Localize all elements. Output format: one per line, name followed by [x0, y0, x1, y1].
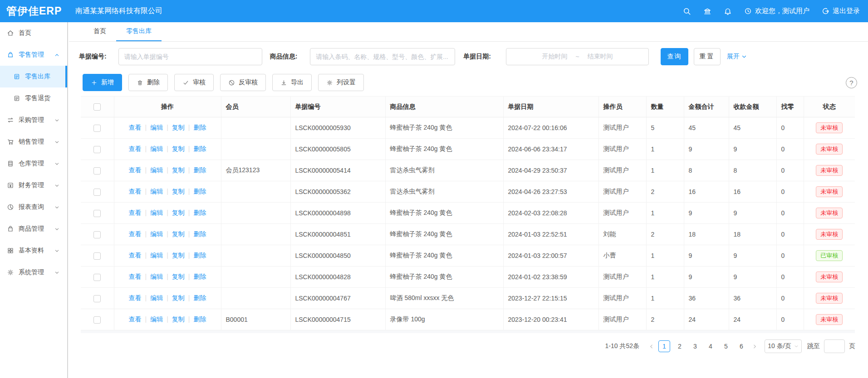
download-button[interactable]: 导出	[272, 74, 312, 91]
delete-link[interactable]: 删除	[193, 294, 206, 301]
edit-link[interactable]: 编辑	[150, 209, 163, 216]
sidebar-item-cart[interactable]: 销售管理	[0, 131, 67, 153]
copy-link[interactable]: 复制	[172, 294, 185, 301]
edit-link[interactable]: 编辑	[150, 252, 163, 259]
bank-icon[interactable]	[703, 7, 711, 15]
copy-link[interactable]: 复制	[172, 252, 185, 259]
delete-link[interactable]: 删除	[193, 188, 206, 195]
date-range-input[interactable]: 开始时间 ~ 结束时间	[506, 48, 649, 65]
edit-link[interactable]: 编辑	[150, 124, 163, 131]
edit-link[interactable]: 编辑	[150, 166, 163, 174]
product-info-input[interactable]	[310, 48, 455, 65]
sidebar-item-system[interactable]: 系统管理	[0, 262, 67, 283]
search-icon[interactable]	[683, 7, 691, 15]
plus-button[interactable]: 新增	[83, 74, 122, 91]
row-checkbox[interactable]	[93, 295, 101, 302]
sidebar-item-purchase[interactable]: 采购管理	[0, 109, 67, 131]
sidebar-item-warehouse[interactable]: 仓库管理	[0, 153, 67, 174]
copy-link[interactable]: 复制	[172, 188, 185, 195]
delete-link[interactable]: 删除	[193, 252, 206, 259]
sidebar-item-label: 基本资料	[19, 247, 44, 255]
delete-link[interactable]: 删除	[193, 145, 206, 152]
product-cell: 蜂蜜柚子茶 240g 黄色	[385, 139, 503, 160]
delete-link[interactable]: 删除	[193, 315, 206, 323]
page-number-3[interactable]: 3	[689, 340, 701, 352]
row-checkbox[interactable]	[93, 125, 101, 132]
row-checkbox[interactable]	[93, 316, 101, 324]
bill-no-label: 单据编号:	[79, 53, 107, 61]
copy-link[interactable]: 复制	[172, 166, 185, 174]
view-link[interactable]: 查看	[129, 315, 142, 323]
check-button[interactable]: 审核	[174, 74, 214, 91]
delete-link[interactable]: 删除	[193, 124, 206, 131]
jump-to-input[interactable]	[824, 339, 845, 353]
ban-button[interactable]: 反审核	[220, 74, 266, 91]
edit-link[interactable]: 编辑	[150, 188, 163, 195]
trash-button[interactable]: 删除	[128, 74, 168, 91]
delete-link[interactable]: 删除	[193, 209, 206, 216]
bill-no-cell: LSCK00000004850	[290, 245, 385, 267]
sidebar-item-goods[interactable]: 商品管理	[0, 218, 67, 240]
edit-link[interactable]: 编辑	[150, 230, 163, 237]
sidebar-item-retail[interactable]: 零售管理	[0, 44, 67, 66]
copy-link[interactable]: 复制	[172, 209, 185, 216]
sidebar-item-finance[interactable]: 财务管理	[0, 174, 67, 196]
copy-link[interactable]: 复制	[172, 273, 185, 280]
expand-link[interactable]: 展开	[727, 53, 747, 61]
next-page-icon[interactable]	[749, 340, 760, 352]
delete-link[interactable]: 删除	[193, 230, 206, 237]
row-checkbox[interactable]	[93, 210, 101, 217]
view-link[interactable]: 查看	[129, 124, 142, 131]
user-menu[interactable]: 欢迎您，测试用户	[744, 7, 809, 15]
sidebar-item-doc[interactable]: 零售退货	[0, 87, 67, 109]
page-number-2[interactable]: 2	[674, 340, 686, 352]
logout-icon	[822, 7, 829, 15]
page-number-6[interactable]: 6	[736, 340, 747, 352]
page-number-1[interactable]: 1	[658, 340, 670, 352]
copy-link[interactable]: 复制	[172, 315, 185, 323]
bell-icon[interactable]	[724, 7, 732, 15]
logout-button[interactable]: 退出登录	[822, 7, 860, 15]
view-link[interactable]: 查看	[129, 145, 142, 152]
date-cell: 2024-07-22 00:16:06	[503, 117, 598, 139]
sidebar-item-report[interactable]: 报表查询	[0, 196, 67, 218]
delete-link[interactable]: 删除	[193, 166, 206, 174]
row-checkbox[interactable]	[93, 231, 101, 238]
row-checkbox[interactable]	[93, 189, 101, 196]
row-checkbox[interactable]	[93, 252, 101, 260]
copy-link[interactable]: 复制	[172, 124, 185, 131]
tab-home[interactable]: 首页	[83, 22, 116, 41]
page-number-5[interactable]: 5	[720, 340, 732, 352]
sidebar-item-home[interactable]: 首页	[0, 22, 67, 44]
page-number-4[interactable]: 4	[705, 340, 716, 352]
sidebar-item-doc[interactable]: 零售出库	[0, 66, 67, 87]
change-cell: 0	[776, 203, 804, 224]
view-link[interactable]: 查看	[129, 273, 142, 280]
reset-button[interactable]: 重置	[694, 48, 721, 65]
copy-link[interactable]: 复制	[172, 230, 185, 237]
bill-no-input[interactable]	[118, 48, 262, 65]
search-button[interactable]: 查询	[661, 48, 688, 65]
view-link[interactable]: 查看	[129, 230, 142, 237]
copy-link[interactable]: 复制	[172, 145, 185, 152]
edit-link[interactable]: 编辑	[150, 273, 163, 280]
gear-button[interactable]: 列设置	[318, 74, 364, 91]
delete-link[interactable]: 删除	[193, 273, 206, 280]
prev-page-icon[interactable]	[646, 340, 657, 352]
row-checkbox[interactable]	[93, 146, 101, 153]
view-link[interactable]: 查看	[129, 294, 142, 301]
edit-link[interactable]: 编辑	[150, 145, 163, 152]
sidebar-item-basic[interactable]: 基本资料	[0, 240, 67, 262]
select-all-checkbox[interactable]	[93, 103, 101, 111]
row-checkbox[interactable]	[93, 167, 101, 174]
page-size-select[interactable]: 10 条/页	[765, 339, 802, 353]
row-checkbox[interactable]	[93, 274, 101, 281]
view-link[interactable]: 查看	[129, 252, 142, 259]
view-link[interactable]: 查看	[129, 209, 142, 216]
view-link[interactable]: 查看	[129, 166, 142, 174]
view-link[interactable]: 查看	[129, 188, 142, 195]
edit-link[interactable]: 编辑	[150, 315, 163, 323]
tab-retail-outbound[interactable]: 零售出库	[116, 22, 162, 41]
help-icon[interactable]: ?	[846, 77, 857, 88]
edit-link[interactable]: 编辑	[150, 294, 163, 301]
